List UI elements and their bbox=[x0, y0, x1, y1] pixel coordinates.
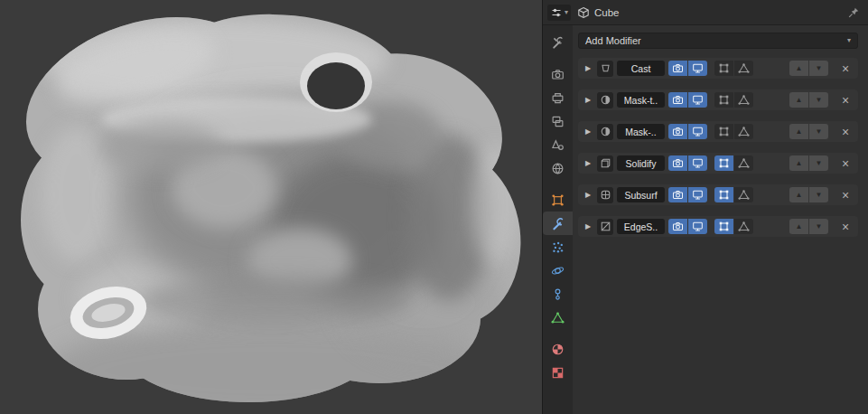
tab-material[interactable] bbox=[543, 337, 573, 361]
move-up-button[interactable]: ▲ bbox=[789, 61, 808, 76]
editmode-toggle[interactable] bbox=[714, 155, 733, 171]
modifier-row: ▶ ▲ ▼ bbox=[578, 121, 858, 142]
move-down-button[interactable]: ▼ bbox=[809, 61, 828, 76]
editmode-icon bbox=[718, 94, 730, 106]
oncage-toggle[interactable] bbox=[734, 219, 753, 234]
realtime-toggle[interactable] bbox=[688, 219, 707, 234]
move-up-button[interactable]: ▲ bbox=[789, 124, 808, 139]
editmode-toggle[interactable] bbox=[714, 124, 733, 139]
expand-arrow[interactable]: ▶ bbox=[583, 97, 593, 104]
render-toggle[interactable] bbox=[668, 92, 687, 108]
wrench-icon bbox=[551, 217, 565, 231]
tab-world[interactable] bbox=[543, 156, 573, 180]
delete-modifier-button[interactable]: × bbox=[837, 94, 854, 107]
modifier-name-field[interactable] bbox=[617, 187, 665, 202]
editmode-toggle[interactable] bbox=[714, 61, 733, 76]
blender-window: ▾ Cube bbox=[0, 0, 868, 414]
editmode-icon bbox=[718, 189, 730, 201]
realtime-toggle[interactable] bbox=[688, 61, 707, 76]
oncage-toggle[interactable] bbox=[734, 92, 753, 108]
monitor-icon bbox=[692, 94, 704, 106]
realtime-toggle[interactable] bbox=[688, 124, 707, 139]
editmode-toggle[interactable] bbox=[714, 187, 733, 202]
chevron-down-icon: ▾ bbox=[847, 37, 851, 44]
move-down-button[interactable]: ▼ bbox=[809, 187, 828, 202]
oncage-toggle[interactable] bbox=[734, 187, 753, 202]
render-toggle[interactable] bbox=[668, 61, 687, 76]
tab-constraints[interactable] bbox=[543, 282, 573, 306]
realtime-toggle[interactable] bbox=[688, 92, 707, 108]
move-down-button[interactable]: ▼ bbox=[809, 155, 828, 171]
monitor-icon bbox=[692, 126, 704, 137]
display-toggle-group bbox=[668, 92, 707, 108]
tab-object[interactable] bbox=[543, 188, 573, 212]
move-down-button[interactable]: ▼ bbox=[809, 124, 828, 139]
monitor-icon bbox=[692, 62, 704, 74]
3d-viewport[interactable] bbox=[0, 0, 542, 414]
move-up-button[interactable]: ▲ bbox=[789, 92, 808, 108]
tab-render[interactable] bbox=[543, 62, 573, 86]
move-button-group: ▲ ▼ bbox=[789, 219, 828, 234]
delete-modifier-button[interactable]: × bbox=[837, 62, 854, 75]
delete-modifier-button[interactable]: × bbox=[837, 126, 854, 138]
editor-type-button[interactable]: ▾ bbox=[547, 5, 571, 21]
view-layer-icon bbox=[551, 115, 565, 128]
editmode-icon bbox=[718, 221, 730, 232]
modifier-row: ▶ ▲ ▼ bbox=[578, 89, 858, 110]
modifier-name-field[interactable] bbox=[617, 219, 665, 234]
tab-physics[interactable] bbox=[543, 259, 573, 282]
editmode-toggle[interactable] bbox=[714, 219, 733, 234]
cage-icon bbox=[738, 221, 750, 232]
particles-icon bbox=[551, 240, 565, 254]
modifier-name-field[interactable] bbox=[617, 124, 665, 139]
render-toggle[interactable] bbox=[668, 124, 687, 139]
move-button-group: ▲ ▼ bbox=[789, 124, 828, 139]
move-up-button[interactable]: ▲ bbox=[789, 219, 808, 234]
expand-arrow[interactable]: ▶ bbox=[583, 65, 593, 72]
delete-modifier-button[interactable]: × bbox=[837, 221, 854, 233]
tab-object-data[interactable] bbox=[543, 306, 573, 329]
realtime-toggle[interactable] bbox=[688, 155, 707, 171]
expand-arrow[interactable]: ▶ bbox=[583, 223, 593, 231]
move-button-group: ▲ ▼ bbox=[789, 155, 828, 171]
modifier-name-field[interactable] bbox=[617, 61, 665, 76]
oncage-toggle[interactable] bbox=[734, 155, 753, 171]
pin-button[interactable] bbox=[847, 6, 860, 19]
expand-arrow[interactable]: ▶ bbox=[583, 160, 593, 167]
move-down-button[interactable]: ▼ bbox=[809, 219, 828, 234]
modifier-row: ▶ ▲ ▼ bbox=[578, 216, 858, 237]
monitor-icon bbox=[692, 221, 704, 232]
cage-icon bbox=[738, 62, 750, 74]
render-toggle[interactable] bbox=[668, 219, 687, 234]
expand-arrow[interactable]: ▶ bbox=[583, 192, 593, 199]
oncage-toggle[interactable] bbox=[734, 124, 753, 139]
modifier-panel: Add Modifier ▾ ▶ bbox=[573, 25, 868, 414]
editmode-toggle[interactable] bbox=[714, 92, 733, 108]
move-up-button[interactable]: ▲ bbox=[789, 155, 808, 171]
mask-modifier-icon bbox=[597, 92, 613, 108]
modifier-name-field[interactable] bbox=[617, 92, 665, 108]
move-down-button[interactable]: ▼ bbox=[809, 92, 828, 108]
move-up-button[interactable]: ▲ bbox=[789, 187, 808, 202]
tab-output[interactable] bbox=[543, 86, 573, 109]
tab-particles[interactable] bbox=[543, 235, 573, 259]
breadcrumb: Cube bbox=[577, 6, 620, 19]
render-toggle[interactable] bbox=[668, 155, 687, 171]
editmode-toggle-group bbox=[714, 61, 753, 76]
tab-modifiers[interactable] bbox=[543, 212, 573, 235]
delete-modifier-button[interactable]: × bbox=[837, 157, 854, 170]
tab-view-layer[interactable] bbox=[543, 109, 573, 133]
subsurf-modifier-icon bbox=[597, 187, 613, 203]
tab-texture[interactable] bbox=[543, 361, 573, 384]
oncage-toggle[interactable] bbox=[734, 61, 753, 76]
modifier-name-field[interactable] bbox=[617, 155, 665, 171]
expand-arrow[interactable]: ▶ bbox=[583, 128, 593, 136]
add-modifier-dropdown[interactable]: Add Modifier ▾ bbox=[578, 33, 858, 49]
render-toggle[interactable] bbox=[668, 187, 687, 202]
delete-modifier-button[interactable]: × bbox=[837, 189, 854, 202]
tab-tool[interactable] bbox=[543, 31, 573, 54]
realtime-toggle[interactable] bbox=[688, 187, 707, 202]
move-button-group: ▲ ▼ bbox=[789, 187, 828, 202]
tab-scene[interactable] bbox=[543, 133, 573, 156]
monitor-icon bbox=[692, 157, 704, 169]
